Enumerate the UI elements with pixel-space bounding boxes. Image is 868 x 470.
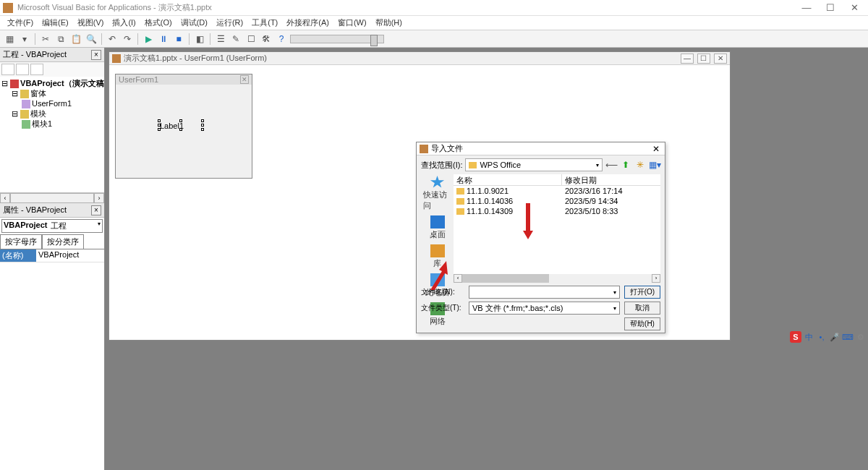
filetype-combo[interactable]: VB 文件 (*.frm;*.bas;*.cls) ▾ [469,302,620,315]
properties-grid[interactable]: (名称) VBAProject [0,249,104,470]
form-designer-close-icon[interactable]: ✕ [240,75,249,84]
menu-view[interactable]: 视图(V) [73,16,109,30]
help-button[interactable]: 帮助(H) [624,317,660,330]
toolbar-insert-icon[interactable]: ▾ [18,33,31,46]
toolbar-reset-icon[interactable]: ■ [172,33,185,46]
toolbar-properties-icon[interactable]: ✎ [229,33,242,46]
tree-root[interactable]: VBAProject（演示文稿 [20,79,104,87]
filelist-hscroll[interactable]: ‹ › [454,274,660,283]
scroll-right-icon[interactable]: › [94,193,104,203]
maximize-button[interactable]: ☐ [820,2,841,13]
tree-forms-folder[interactable]: 窗体 [30,89,46,98]
ime-lang-icon[interactable]: 中 [803,331,814,343]
toolbar-undo-icon[interactable]: ↶ [106,33,119,46]
toolbar-slider[interactable] [290,35,384,43]
properties-panel-close-icon[interactable]: × [91,205,101,215]
ime-indicator: S 中 •, 🎤 ⌨ ⚙ [790,331,867,343]
prop-name-value[interactable]: VBAProject [36,249,104,262]
file-row[interactable]: 11.1.0.9021 2023/3/16 17:14 [454,186,660,196]
menu-format[interactable]: 格式(O) [140,16,176,30]
properties-object-combo[interactable]: VBAProject 工程 ▾ [1,219,103,233]
nav-newfolder-icon[interactable]: ✳ [634,159,646,171]
dialog-icon [420,145,428,153]
properties-panel-title: 属性 - VBAProject [3,205,91,215]
tree-modules-folder[interactable]: 模块 [30,109,46,118]
ime-punct-icon[interactable]: •, [816,331,827,343]
toolbar-break-icon[interactable]: ⏸ [157,33,170,46]
properties-panel: 属性 - VBAProject × VBAProject 工程 ▾ 按字母序 按… [0,203,104,470]
close-button[interactable]: ✕ [843,2,865,13]
place-library[interactable]: 库 [423,244,452,269]
toolbar-design-icon[interactable]: ◧ [193,33,206,46]
nav-view-icon[interactable]: ▦▾ [649,159,660,171]
toolbar-redo-icon[interactable]: ↷ [121,33,134,46]
minimize-button[interactable]: — [796,2,817,13]
scroll-left-icon[interactable]: ‹ [454,274,462,283]
filelist[interactable]: 11.1.0.9021 2023/3/16 17:14 11.1.0.14036… [454,186,660,274]
chevron-down-icon: ▾ [596,162,599,168]
prop-name-key: (名称) [0,249,36,262]
menu-run[interactable]: 运行(R) [212,16,247,30]
open-button[interactable]: 打开(O) [624,286,660,299]
menu-edit[interactable]: 编辑(E) [38,16,73,30]
project-tree[interactable]: ⊟ VBAProject（演示文稿 ⊟ 窗体 UserForm1 ⊟ 模块 模块… [0,77,104,192]
toolbar-toolbox-icon[interactable]: 🛠 [260,33,273,46]
menu-addins[interactable]: 外接程序(A) [282,16,333,30]
menu-debug[interactable]: 调试(D) [176,16,212,30]
toolbar-copy-icon[interactable]: ⧉ [54,33,67,46]
scroll-thumb[interactable] [462,274,549,283]
menu-file[interactable]: 文件(F) [3,16,38,30]
ime-keyboard-icon[interactable]: ⌨ [842,331,854,343]
tab-alphabetic[interactable]: 按字母序 [0,234,42,249]
place-quick[interactable]: 快速访问 [423,176,452,211]
col-date[interactable]: 修改日期 [562,174,660,185]
folder-icon [469,162,477,168]
menu-insert[interactable]: 插入(I) [108,16,140,30]
toolbar-object-icon[interactable]: ☐ [244,33,258,46]
nav-up-icon[interactable]: ⬆ [620,159,631,171]
proj-view-object-icon[interactable] [16,64,29,75]
place-desktop[interactable]: 桌面 [423,215,452,240]
toolbar: ▦ ▾ ✂ ⧉ 📋 🔍 ↶ ↷ ▶ ⏸ ■ ◧ ☰ ✎ ☐ 🛠 ? [0,30,868,48]
cancel-button[interactable]: 取消 [624,302,660,315]
dialog-close-icon[interactable]: ✕ [650,144,662,154]
menu-help[interactable]: 帮助(H) [371,16,407,30]
filename-input[interactable]: ▾ [469,286,620,299]
chevron-down-icon: ▾ [613,289,616,296]
tree-userform1[interactable]: UserForm1 [32,99,72,108]
child-minimize-icon[interactable]: — [681,54,694,64]
menu-window[interactable]: 窗口(W) [333,16,371,30]
tree-module1[interactable]: 模块1 [32,119,52,128]
file-row[interactable]: 11.1.0.14309 2023/5/10 8:33 [454,206,660,216]
scroll-left-icon[interactable]: ‹ [0,193,10,203]
toolbar-project-icon[interactable]: ☰ [214,33,227,46]
filelist-header[interactable]: 名称 修改日期 [454,174,660,186]
ime-logo-icon[interactable]: S [790,331,801,343]
toolbar-paste-icon[interactable]: 📋 [69,33,82,46]
properties-combo-type: 工程 [51,221,67,231]
child-close-icon[interactable]: ✕ [714,54,727,64]
form-designer[interactable]: UserForm1 ✕ Label1 [115,74,252,179]
nav-back-icon[interactable]: ⟵ [605,159,617,171]
look-in-combo[interactable]: WPS Office ▾ [465,158,603,171]
scroll-right-icon[interactable]: › [652,274,660,283]
child-maximize-icon[interactable]: ☐ [697,54,710,64]
proj-folders-icon[interactable] [30,64,43,75]
places-bar: 快速访问 桌面 库 此电脑 网络 [421,174,454,283]
toolbar-find-icon[interactable]: 🔍 [85,33,98,46]
label-control[interactable]: Label1 [159,121,203,129]
proj-view-code-icon[interactable] [1,64,14,75]
star-icon [430,176,445,189]
menu-tools[interactable]: 工具(T) [247,16,282,30]
toolbar-help-icon[interactable]: ? [275,33,288,46]
project-hscroll[interactable]: ‹ › [0,192,104,202]
ime-mic-icon[interactable]: 🎤 [829,331,841,343]
col-name[interactable]: 名称 [454,174,562,185]
toolbar-cut-icon[interactable]: ✂ [39,33,52,46]
tab-categorized[interactable]: 按分类序 [42,234,84,249]
toolbar-run-icon[interactable]: ▶ [142,33,155,46]
toolbar-view-icon[interactable]: ▦ [3,33,16,46]
file-row[interactable]: 11.1.0.14036 2023/5/9 14:34 [454,196,660,206]
project-panel-close-icon[interactable]: × [91,50,101,60]
ime-settings-icon[interactable]: ⚙ [855,331,867,343]
